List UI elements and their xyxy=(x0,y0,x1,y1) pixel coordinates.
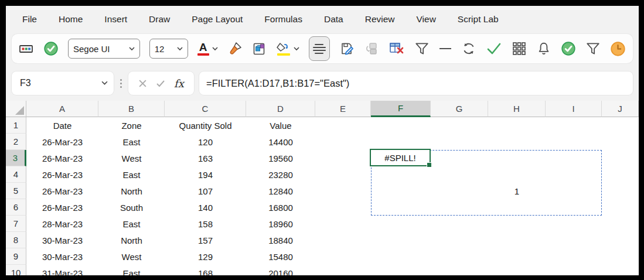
formula-input[interactable]: =FILTER(A1:D17,B1:B17="East") xyxy=(199,71,633,95)
approved-icon[interactable] xyxy=(561,41,576,56)
menu-tab-insert[interactable]: Insert xyxy=(104,14,127,25)
cell-C5[interactable]: 107 xyxy=(165,183,246,199)
fill-handle[interactable] xyxy=(427,162,432,168)
cell-C6[interactable]: 140 xyxy=(165,199,246,216)
grid-icon[interactable] xyxy=(512,41,527,56)
cell-D9[interactable]: 15480 xyxy=(246,248,315,265)
menu-tab-draw[interactable]: Draw xyxy=(149,14,170,25)
active-cell-f3[interactable]: #SPILL! xyxy=(370,149,431,166)
cell-D10[interactable]: 20160 xyxy=(246,265,315,275)
save-form-icon[interactable] xyxy=(339,41,355,56)
column-header-f[interactable]: F xyxy=(371,101,431,117)
cell-C9[interactable]: 129 xyxy=(165,248,246,265)
cell-B7[interactable]: East xyxy=(98,216,165,232)
filter-icon[interactable] xyxy=(414,41,430,56)
cell-D1[interactable]: Value xyxy=(246,117,315,134)
sync-ok-icon[interactable] xyxy=(43,41,59,56)
menu-tab-formulas[interactable]: Formulas xyxy=(264,14,302,25)
cell-A2[interactable]: 26-Mar-23 xyxy=(26,134,98,150)
name-box[interactable]: F3 xyxy=(12,71,114,95)
cell-D2[interactable]: 14400 xyxy=(246,134,315,150)
cell-B9[interactable]: West xyxy=(98,248,165,265)
column-header-j[interactable]: J xyxy=(602,101,639,117)
row-header-9[interactable]: 9 xyxy=(6,248,26,265)
delete-table-icon[interactable] xyxy=(389,41,405,56)
cancel-icon[interactable] xyxy=(138,79,147,88)
cell-A7[interactable]: 28-Mar-23 xyxy=(26,216,98,232)
blocking-cell-h5[interactable]: 1 xyxy=(488,183,546,199)
row-header-6[interactable]: 6 xyxy=(6,199,26,216)
cell-A6[interactable]: 26-Mar-23 xyxy=(26,199,98,216)
filter-icon-2[interactable] xyxy=(585,41,601,56)
row-header-4[interactable]: 4 xyxy=(6,166,26,183)
cell-D5[interactable]: 12840 xyxy=(246,183,315,199)
menu-tab-review[interactable]: Review xyxy=(365,14,395,25)
cell-A3[interactable]: 26-Mar-23 xyxy=(26,150,98,166)
font-size-select[interactable]: 12 xyxy=(149,39,188,59)
row-header-5[interactable]: 5 xyxy=(6,183,26,199)
check-icon[interactable] xyxy=(486,42,502,56)
menu-tab-script-lab[interactable]: Script Lab xyxy=(458,14,499,25)
column-header-c[interactable]: C xyxy=(165,101,246,117)
fill-color-icon[interactable] xyxy=(277,42,299,56)
row-header-2[interactable]: 2 xyxy=(6,134,26,150)
cell-C4[interactable]: 194 xyxy=(165,166,246,183)
cell-B3[interactable]: West xyxy=(98,150,165,166)
cell-D8[interactable]: 18840 xyxy=(246,232,315,248)
menu-tab-data[interactable]: Data xyxy=(324,14,343,25)
menu-tab-view[interactable]: View xyxy=(417,14,436,25)
select-all-corner[interactable] xyxy=(6,101,26,117)
bell-icon[interactable] xyxy=(536,41,551,56)
cell-B1[interactable]: Zone xyxy=(98,117,165,134)
row-header-8[interactable]: 8 xyxy=(6,232,26,248)
cell-D3[interactable]: 19560 xyxy=(246,150,315,166)
row-header-7[interactable]: 7 xyxy=(6,216,26,232)
shapes-disabled-icon[interactable] xyxy=(364,41,379,56)
cell-B8[interactable]: North xyxy=(98,232,165,248)
column-header-e[interactable]: E xyxy=(315,101,371,117)
dash-icon[interactable] xyxy=(439,47,452,50)
clock-icon[interactable] xyxy=(610,41,626,57)
insert-function-icon[interactable]: fx xyxy=(174,77,184,90)
grip-dots-icon[interactable] xyxy=(119,79,123,88)
column-header-h[interactable]: H xyxy=(488,101,546,117)
cell-B6[interactable]: South xyxy=(98,199,165,216)
cell-C7[interactable]: 158 xyxy=(165,216,246,232)
align-center-icon[interactable] xyxy=(309,36,330,61)
row-header-3[interactable]: 3 xyxy=(6,150,26,166)
enter-icon[interactable] xyxy=(156,80,165,87)
cell-A8[interactable]: 30-Mar-23 xyxy=(26,232,98,248)
menu-tab-file[interactable]: File xyxy=(22,14,37,25)
column-header-b[interactable]: B xyxy=(98,101,165,117)
row-header-10[interactable]: 10 xyxy=(6,265,26,275)
menu-tab-home[interactable]: Home xyxy=(59,14,83,25)
cell-C10[interactable]: 168 xyxy=(165,265,246,275)
refresh-icon[interactable] xyxy=(461,41,476,56)
column-header-g[interactable]: G xyxy=(431,101,488,117)
row-header-1[interactable]: 1 xyxy=(6,117,26,134)
chevron-down-icon[interactable] xyxy=(101,81,108,86)
column-header-i[interactable]: I xyxy=(546,101,602,117)
format-painter-icon[interactable] xyxy=(227,41,243,56)
cell-B4[interactable]: East xyxy=(98,166,165,183)
cell-C3[interactable]: 163 xyxy=(165,150,246,166)
cell-A4[interactable]: 26-Mar-23 xyxy=(26,166,98,183)
cell-B10[interactable]: East xyxy=(98,265,165,275)
font-name-select[interactable]: Segoe UI xyxy=(68,39,140,59)
ribbon-display-icon[interactable] xyxy=(19,42,34,56)
cell-A1[interactable]: Date xyxy=(26,117,98,134)
column-header-a[interactable]: A xyxy=(26,101,98,117)
data-types-icon[interactable] xyxy=(252,41,267,56)
menu-tab-page-layout[interactable]: Page Layout xyxy=(192,14,243,25)
cell-C2[interactable]: 120 xyxy=(165,134,246,150)
cell-D4[interactable]: 23280 xyxy=(246,166,315,183)
cell-A9[interactable]: 30-Mar-23 xyxy=(26,248,98,265)
cell-B5[interactable]: North xyxy=(98,183,165,199)
cell-B2[interactable]: East xyxy=(98,134,165,150)
cell-D7[interactable]: 18960 xyxy=(246,216,315,232)
column-header-d[interactable]: D xyxy=(246,101,315,117)
cell-A5[interactable]: 26-Mar-23 xyxy=(26,183,98,199)
cell-C1[interactable]: Quantity Sold xyxy=(165,117,246,134)
cell-C8[interactable]: 157 xyxy=(165,232,246,248)
font-color-icon[interactable]: A xyxy=(197,42,218,56)
